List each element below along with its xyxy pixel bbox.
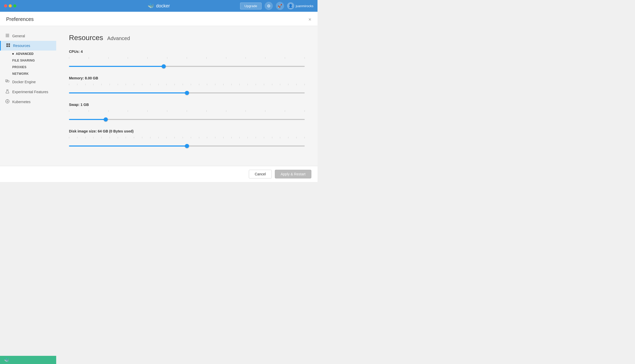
swap-label-text: Swap: (69, 103, 80, 107)
docker-engine-icon (5, 79, 10, 84)
memory-value: 8.00 GB (85, 76, 98, 80)
docker-whale-icon: 🐳 (148, 3, 154, 9)
sub-item-label-network: NETWORK (12, 72, 29, 76)
close-button[interactable]: × (308, 17, 311, 22)
swap-label: Swap: 1 GB (69, 103, 305, 107)
cpus-label: CPUs: 4 (69, 50, 305, 54)
svg-rect-1 (6, 35, 9, 36)
memory-ticks (69, 84, 305, 86)
disk-slider-container (69, 137, 305, 143)
sub-item-label-advanced: ADVANCED (16, 52, 34, 56)
gear-icon: ⚙ (267, 4, 271, 8)
sidebar-sub-menu: ADVANCED FILE SHARING PROXIES NETWORK (0, 51, 56, 77)
cancel-button[interactable]: Cancel (249, 170, 272, 178)
swap-slider-container (69, 110, 305, 116)
cpus-slider[interactable] (69, 66, 305, 67)
svg-rect-4 (8, 43, 10, 45)
panel-subtitle: Advanced (107, 35, 130, 41)
swap-section: Swap: 1 GB (69, 103, 305, 121)
svg-rect-3 (6, 43, 8, 45)
preferences-window: Preferences × General (0, 12, 318, 182)
username-label: juanmirocks (296, 4, 313, 8)
cpus-slider-container (69, 57, 305, 63)
cpus-label-text: CPUs: (69, 50, 81, 54)
panel-header: Resources Advanced (69, 34, 305, 42)
svg-rect-0 (6, 34, 9, 34)
cpus-section: CPUs: 4 (69, 50, 305, 68)
cpus-value: 4 (81, 50, 83, 54)
resources-icon (6, 43, 10, 48)
sidebar-item-label-kubernetes: Kubernetes (12, 100, 31, 104)
active-bullet (12, 53, 14, 55)
user-icon: 👤 (288, 4, 293, 8)
sidebar: General Resources ADVANCED (0, 26, 56, 166)
memory-section: Memory: 8.00 GB (69, 76, 305, 94)
disk-label-text: Disk image size: (69, 129, 98, 133)
main-panel: Resources Advanced CPUs: 4 Memory: 8.00 (56, 26, 318, 166)
panel-title: Resources (69, 34, 103, 42)
sidebar-sub-item-file-sharing[interactable]: FILE SHARING (12, 57, 56, 64)
titlebar-left (4, 4, 16, 7)
experimental-icon (5, 89, 10, 95)
upgrade-button[interactable]: Upgrade (240, 3, 262, 9)
sidebar-item-general[interactable]: General (0, 31, 56, 41)
settings-icon-button[interactable]: ⚙ (265, 2, 273, 10)
notifications-icon-button[interactable]: 🚀 (276, 2, 284, 10)
sidebar-sub-item-proxies[interactable]: PROXIES (12, 64, 56, 70)
sidebar-item-resources[interactable]: Resources (0, 41, 56, 51)
sub-item-label-proxies: PROXIES (12, 65, 26, 69)
sidebar-item-label-docker-engine: Docker Engine (12, 80, 36, 84)
sidebar-sub-item-advanced[interactable]: ADVANCED (12, 51, 56, 57)
sidebar-item-label-general: General (12, 34, 25, 38)
titlebar-center: 🐳 docker (148, 3, 170, 9)
sub-item-label-file-sharing: FILE SHARING (12, 59, 35, 62)
memory-slider-container (69, 84, 305, 90)
swap-value: 1 GB (80, 103, 89, 107)
avatar: 👤 (287, 2, 294, 9)
sidebar-item-kubernetes[interactable]: Kubernetes (0, 97, 56, 107)
rocket-icon: 🚀 (278, 4, 282, 8)
sidebar-item-label-experimental: Experimental Features (12, 90, 48, 94)
window-title: Preferences (6, 16, 34, 22)
disk-value: 64 GB (0 Bytes used) (98, 129, 134, 133)
disk-slider[interactable] (69, 145, 305, 147)
apply-restart-button[interactable]: Apply & Restart (275, 170, 311, 178)
kubernetes-icon (5, 99, 10, 104)
traffic-lights (4, 4, 16, 7)
maximize-traffic-light[interactable] (13, 4, 16, 7)
titlebar: 🐳 docker Upgrade ⚙ 🚀 👤 juanmirocks (0, 0, 318, 12)
svg-rect-5 (6, 45, 8, 47)
titlebar-right: Upgrade ⚙ 🚀 👤 juanmirocks (240, 2, 313, 10)
cpus-ticks (69, 57, 305, 60)
minimize-traffic-light[interactable] (9, 4, 12, 7)
svg-rect-6 (8, 45, 10, 47)
content-area: General Resources ADVANCED (0, 26, 318, 166)
general-icon (5, 33, 10, 39)
svg-point-9 (7, 101, 8, 102)
sidebar-item-label-resources: Resources (13, 44, 30, 48)
footer: Cancel Apply & Restart (0, 166, 318, 182)
memory-label-text: Memory: (69, 76, 85, 80)
disk-label: Disk image size: 64 GB (0 Bytes used) (69, 129, 305, 133)
user-menu[interactable]: 👤 juanmirocks (287, 2, 313, 9)
memory-slider[interactable] (69, 92, 305, 93)
disk-ticks (69, 137, 305, 139)
sidebar-item-docker-engine[interactable]: Docker Engine (0, 77, 56, 87)
memory-label: Memory: 8.00 GB (69, 76, 305, 80)
window-header: Preferences × (0, 12, 318, 26)
titlebar-brand: docker (156, 3, 170, 9)
sidebar-item-experimental[interactable]: Experimental Features (0, 87, 56, 97)
disk-section: Disk image size: 64 GB (0 Bytes used) (69, 129, 305, 148)
svg-rect-2 (6, 37, 9, 37)
sidebar-sub-item-network[interactable]: NETWORK (12, 70, 56, 77)
close-traffic-light[interactable] (4, 4, 7, 7)
swap-ticks (69, 110, 305, 113)
swap-slider[interactable] (69, 119, 305, 120)
